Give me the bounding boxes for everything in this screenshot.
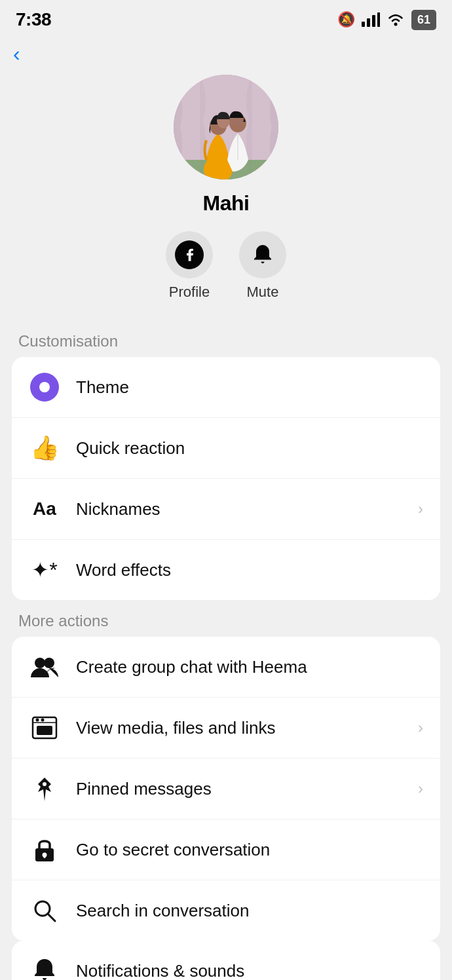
- customisation-card: Theme 👍 Quick reaction Aa Nicknames › ✦*…: [12, 357, 440, 600]
- mute-action-label: Mute: [247, 284, 279, 301]
- nicknames-icon-container: Aa: [29, 493, 60, 525]
- profile-section: Mahi Profile Mute: [0, 68, 452, 320]
- nicknames-chevron-icon: ›: [418, 500, 423, 518]
- view-media-chevron-icon: ›: [418, 719, 423, 737]
- theme-label: Theme: [76, 377, 423, 398]
- profile-icon-circle: [166, 231, 213, 278]
- group-icon: [31, 655, 58, 679]
- customisation-section-label: Customisation: [0, 320, 452, 357]
- quick-reaction-icon-container: 👍: [29, 432, 60, 464]
- action-buttons-row: Profile Mute: [166, 231, 286, 301]
- word-effects-item[interactable]: ✦* Word effects: [12, 540, 440, 600]
- view-media-label: View media, files and links: [76, 718, 402, 738]
- create-group-item[interactable]: Create group chat with Heema: [12, 637, 440, 698]
- svg-point-17: [36, 719, 39, 722]
- search-icon-container: [29, 895, 60, 926]
- pinned-messages-chevron-icon: ›: [418, 780, 423, 798]
- word-effects-label: Word effects: [76, 560, 423, 580]
- quick-reaction-label: Quick reaction: [76, 438, 423, 459]
- bell-icon: [250, 242, 275, 267]
- create-group-label: Create group chat with Heema: [76, 657, 423, 677]
- search-conversation-item[interactable]: Search in conversation: [12, 880, 440, 941]
- avatar[interactable]: [174, 75, 278, 179]
- avatar-image: [174, 75, 278, 179]
- profile-action-label: Profile: [169, 284, 210, 301]
- notifications-card-bottom: Notifications & sounds: [12, 941, 440, 980]
- svg-point-4: [394, 23, 397, 26]
- profile-name: Mahi: [203, 191, 250, 216]
- notifications-item[interactable]: Notifications & sounds: [12, 941, 440, 980]
- mute-icon-circle: [239, 231, 286, 278]
- back-button-container: ‹: [0, 35, 452, 68]
- svg-point-14: [35, 658, 45, 668]
- pinned-messages-item[interactable]: Pinned messages ›: [12, 759, 440, 820]
- status-time: 7:38: [16, 9, 51, 30]
- more-actions-card: Create group chat with Heema View media,…: [12, 637, 440, 941]
- pin-icon: [33, 776, 56, 801]
- lock-icon: [33, 837, 56, 863]
- theme-icon-container: [29, 371, 60, 403]
- notifications-label: Notifications & sounds: [76, 961, 423, 981]
- media-icon-container: [29, 712, 60, 744]
- sparkle-icon: ✦*: [31, 557, 57, 582]
- back-arrow-icon[interactable]: ‹: [13, 42, 20, 66]
- quick-reaction-item[interactable]: 👍 Quick reaction: [12, 418, 440, 479]
- svg-rect-2: [372, 15, 375, 27]
- svg-point-18: [41, 719, 45, 722]
- notifications-icon-container: [29, 955, 60, 980]
- aa-icon: Aa: [33, 499, 56, 519]
- svg-rect-23: [44, 855, 46, 858]
- group-icon-container: [29, 651, 60, 683]
- svg-rect-0: [362, 22, 365, 27]
- svg-point-15: [44, 658, 54, 668]
- word-effects-icon-container: ✦*: [29, 554, 60, 586]
- theme-icon: [30, 373, 59, 402]
- pinned-messages-label: Pinned messages: [76, 779, 402, 799]
- mute-icon: 🔕: [337, 11, 355, 28]
- facebook-icon: [175, 240, 204, 269]
- notifications-bell-icon: [33, 958, 56, 980]
- mute-action-button[interactable]: Mute: [239, 231, 286, 301]
- svg-point-20: [43, 782, 47, 786]
- svg-line-25: [48, 914, 55, 921]
- battery-icon: 61: [411, 10, 436, 30]
- wifi-icon: [386, 12, 405, 27]
- svg-rect-1: [367, 18, 370, 27]
- svg-rect-19: [37, 726, 52, 735]
- more-actions-section-label: More actions: [0, 600, 452, 637]
- status-bar: 7:38 🔕 61: [0, 0, 452, 35]
- notifications-section: Notifications & sounds: [0, 941, 452, 980]
- search-icon: [32, 898, 57, 923]
- search-conversation-label: Search in conversation: [76, 901, 423, 921]
- thumbs-up-icon: 👍: [30, 434, 60, 462]
- media-icon: [31, 716, 58, 740]
- status-icons: 🔕 61: [337, 10, 436, 30]
- lock-icon-container: [29, 834, 60, 865]
- theme-item[interactable]: Theme: [12, 357, 440, 418]
- svg-rect-3: [377, 12, 380, 27]
- pin-icon-container: [29, 773, 60, 804]
- secret-conversation-label: Go to secret conversation: [76, 840, 423, 860]
- nicknames-item[interactable]: Aa Nicknames ›: [12, 479, 440, 540]
- nicknames-label: Nicknames: [76, 499, 402, 519]
- signal-icon: [362, 12, 380, 27]
- profile-action-button[interactable]: Profile: [166, 231, 213, 301]
- view-media-item[interactable]: View media, files and links ›: [12, 698, 440, 759]
- secret-conversation-item[interactable]: Go to secret conversation: [12, 820, 440, 880]
